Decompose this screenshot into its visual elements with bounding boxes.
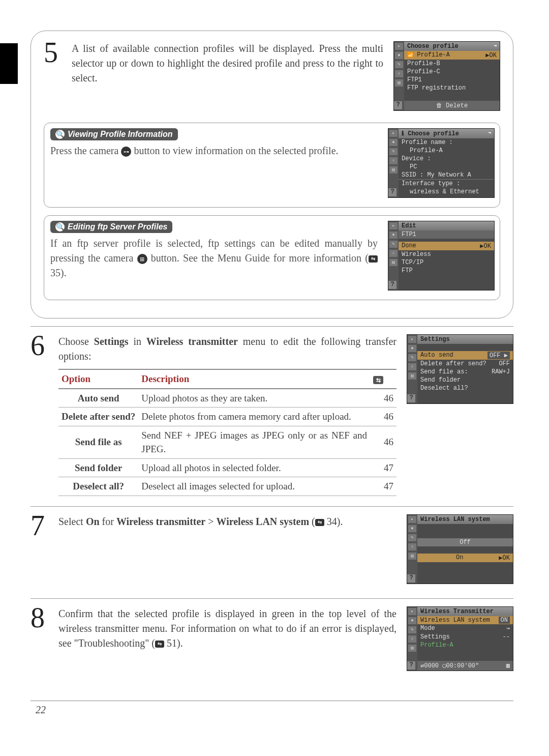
note-viewing-profile: 🔍 Viewing Profile Information Press the … (44, 123, 500, 208)
col-option: Option (58, 369, 138, 389)
screen-edit-ftp: ▸●✎♀▤ ? Edit FTP1 Done▶OK Wireless TCP/I… (388, 221, 495, 290)
step-6-number: 6 (30, 334, 48, 357)
step-7-text: Select On for Wireless transmitter > Wir… (58, 514, 396, 529)
step-8-section: 8 Confirm that the selected profile is d… (30, 598, 513, 685)
table-row: Send folderUpload all photos in selected… (58, 458, 396, 477)
table-row: Auto sendUpload photos as they are taken… (58, 389, 396, 408)
page-ref-icon: ⇆ (155, 641, 164, 648)
page-ref-icon: ⇆ (373, 376, 383, 384)
step-8-number: 8 (30, 606, 48, 629)
step-5-text: A list of available connection profiles … (72, 41, 383, 85)
screen-settings: ▸●✎♀▤ ? Settings Auto sendOFF ▶ Delete a… (407, 334, 513, 404)
screen-wlan-system: ▸●✎♀▤ ? Wireless LAN system Off On▶OK (407, 514, 513, 584)
help-icon: ? (394, 101, 402, 109)
magnify-icon: 🔍 (55, 130, 65, 139)
table-row: Delete after send?Delete photos from cam… (58, 408, 396, 426)
step-8-text: Confirm that the selected profile is dis… (58, 606, 396, 651)
page-tab (0, 43, 18, 84)
step-5-number: 5 (44, 41, 62, 64)
screen-profile-info: ▸●✎♀▤ ? ℹ Choose profile↝ Profile name :… (388, 128, 495, 198)
note-heading: Editing ftp Server Profiles (68, 222, 167, 231)
table-row: Deselect all?Deselect all images selecte… (58, 477, 396, 496)
info-icon: ℹ (402, 130, 404, 137)
grid-icon: ⊞ (137, 254, 147, 264)
note-heading: Viewing Profile Information (68, 130, 173, 139)
col-description: Description (138, 369, 370, 389)
step-7-number: 7 (30, 514, 48, 537)
screen-wireless-transmitter: ▸●✎♀▤ ? Wireless Transmitter Wireless LA… (407, 606, 513, 671)
page-ref-icon: ⇆ (369, 255, 378, 263)
options-table: Option Description ⇆ Auto sendUpload pho… (58, 369, 396, 496)
card-icon: ▦ (506, 662, 510, 670)
magnify-icon: 🔍 (55, 222, 65, 231)
step-5-section: 5 A list of available connection profile… (30, 31, 513, 318)
trash-icon: 🗑 (436, 102, 442, 109)
page-ref-icon: ⇆ (315, 519, 324, 526)
note-editing-ftp: 🔍 Editing ftp Server Profiles If an ftp … (44, 215, 500, 300)
page-number: 22 (30, 701, 513, 716)
table-row: Send file asSend NEF + JPEG images as JP… (58, 426, 396, 458)
key-icon: ⊶ (121, 147, 131, 157)
signal-icon: ↝ (494, 43, 497, 50)
step-7-section: 7 Select On for Wireless transmitter > W… (30, 506, 513, 598)
step-6-text: Choose Settings in Wireless transmitter … (58, 334, 396, 496)
screen-choose-profile: ▸●✎♀▤ ? Choose profile↝ 📶 Profile-A▶OK P… (393, 41, 500, 111)
col-page: ⇆ (370, 369, 396, 389)
step-6-section: 6 Choose Settings in Wireless transmitte… (30, 326, 513, 506)
